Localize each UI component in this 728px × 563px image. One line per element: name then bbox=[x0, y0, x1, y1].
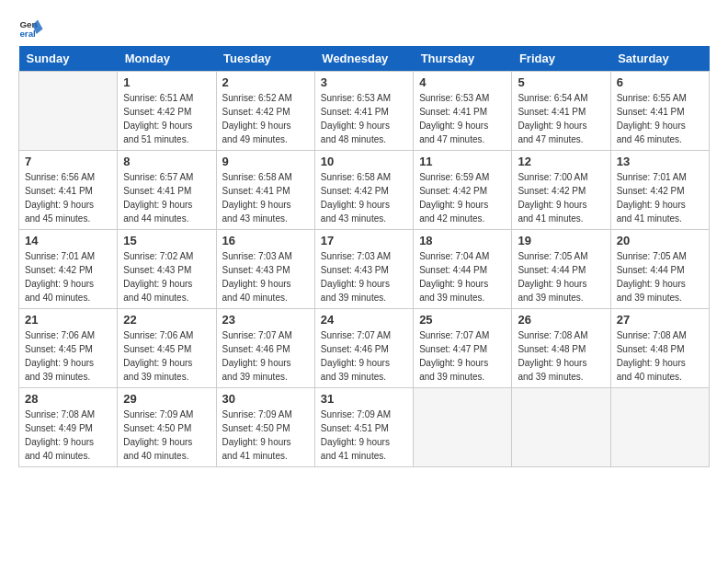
day-info: Sunrise: 7:03 AMSunset: 4:43 PMDaylight:… bbox=[222, 249, 309, 304]
calendar-cell: 31Sunrise: 7:09 AMSunset: 4:51 PMDayligh… bbox=[314, 388, 413, 467]
calendar-cell: 3Sunrise: 6:53 AMSunset: 4:41 PMDaylight… bbox=[314, 72, 413, 151]
calendar-cell: 27Sunrise: 7:08 AMSunset: 4:48 PMDayligh… bbox=[610, 309, 709, 388]
calendar-cell: 24Sunrise: 7:07 AMSunset: 4:46 PMDayligh… bbox=[314, 309, 413, 388]
day-info: Sunrise: 6:59 AMSunset: 4:42 PMDaylight:… bbox=[419, 170, 506, 225]
calendar-cell bbox=[512, 388, 610, 467]
calendar-cell bbox=[414, 388, 512, 467]
day-number: 22 bbox=[123, 313, 210, 327]
day-number: 8 bbox=[123, 155, 210, 168]
calendar-cell: 8Sunrise: 6:57 AMSunset: 4:41 PMDaylight… bbox=[118, 151, 216, 230]
calendar-cell: 21Sunrise: 7:06 AMSunset: 4:45 PMDayligh… bbox=[19, 309, 118, 388]
calendar-cell: 28Sunrise: 7:08 AMSunset: 4:49 PMDayligh… bbox=[19, 388, 118, 467]
calendar-cell: 1Sunrise: 6:51 AMSunset: 4:42 PMDaylight… bbox=[118, 72, 216, 151]
day-number: 1 bbox=[123, 75, 210, 89]
weekday-header-friday: Friday bbox=[512, 46, 610, 72]
day-info: Sunrise: 7:07 AMSunset: 4:46 PMDaylight:… bbox=[222, 328, 309, 384]
day-number: 7 bbox=[25, 155, 111, 168]
day-info: Sunrise: 6:55 AMSunset: 4:41 PMDaylight:… bbox=[617, 91, 703, 146]
calendar-cell: 12Sunrise: 7:00 AMSunset: 4:42 PMDayligh… bbox=[512, 151, 610, 230]
logo: Gen eral bbox=[18, 15, 48, 40]
calendar-cell: 22Sunrise: 7:06 AMSunset: 4:45 PMDayligh… bbox=[118, 309, 216, 388]
calendar-cell: 11Sunrise: 6:59 AMSunset: 4:42 PMDayligh… bbox=[414, 151, 512, 230]
day-info: Sunrise: 6:58 AMSunset: 4:41 PMDaylight:… bbox=[222, 170, 309, 225]
weekday-header-thursday: Thursday bbox=[414, 46, 512, 72]
day-number: 13 bbox=[617, 155, 703, 168]
calendar-cell: 15Sunrise: 7:02 AMSunset: 4:43 PMDayligh… bbox=[118, 230, 216, 309]
calendar-cell: 19Sunrise: 7:05 AMSunset: 4:44 PMDayligh… bbox=[512, 230, 610, 309]
day-number: 20 bbox=[617, 234, 703, 247]
day-number: 3 bbox=[321, 75, 407, 89]
calendar-table: SundayMondayTuesdayWednesdayThursdayFrid… bbox=[18, 46, 710, 467]
day-number: 14 bbox=[25, 234, 111, 247]
calendar-cell: 20Sunrise: 7:05 AMSunset: 4:44 PMDayligh… bbox=[610, 230, 709, 309]
weekday-header-tuesday: Tuesday bbox=[216, 46, 314, 72]
day-info: Sunrise: 7:08 AMSunset: 4:48 PMDaylight:… bbox=[518, 328, 604, 384]
day-info: Sunrise: 7:06 AMSunset: 4:45 PMDaylight:… bbox=[25, 328, 111, 384]
day-info: Sunrise: 6:58 AMSunset: 4:42 PMDaylight:… bbox=[321, 170, 407, 225]
day-info: Sunrise: 6:53 AMSunset: 4:41 PMDaylight:… bbox=[419, 91, 506, 146]
calendar-cell: 4Sunrise: 6:53 AMSunset: 4:41 PMDaylight… bbox=[414, 72, 512, 151]
day-number: 30 bbox=[222, 392, 309, 406]
day-number: 31 bbox=[321, 392, 407, 406]
week-row-3: 14Sunrise: 7:01 AMSunset: 4:42 PMDayligh… bbox=[19, 230, 710, 309]
day-number: 2 bbox=[222, 75, 309, 89]
day-info: Sunrise: 7:06 AMSunset: 4:45 PMDaylight:… bbox=[123, 328, 210, 384]
page-container: Gen eral SundayMondayTuesdayWednesdayThu… bbox=[0, 0, 728, 477]
day-number: 27 bbox=[617, 313, 703, 327]
day-info: Sunrise: 6:51 AMSunset: 4:42 PMDaylight:… bbox=[123, 91, 210, 146]
weekday-header-monday: Monday bbox=[118, 46, 216, 72]
day-info: Sunrise: 7:08 AMSunset: 4:48 PMDaylight:… bbox=[617, 328, 703, 384]
calendar-cell: 25Sunrise: 7:07 AMSunset: 4:47 PMDayligh… bbox=[414, 309, 512, 388]
weekday-header-wednesday: Wednesday bbox=[314, 46, 413, 72]
calendar-cell: 26Sunrise: 7:08 AMSunset: 4:48 PMDayligh… bbox=[512, 309, 610, 388]
calendar-cell: 6Sunrise: 6:55 AMSunset: 4:41 PMDaylight… bbox=[610, 72, 709, 151]
calendar-cell: 13Sunrise: 7:01 AMSunset: 4:42 PMDayligh… bbox=[610, 151, 709, 230]
day-number: 19 bbox=[518, 234, 604, 247]
day-number: 29 bbox=[123, 392, 210, 406]
calendar-cell: 10Sunrise: 6:58 AMSunset: 4:42 PMDayligh… bbox=[314, 151, 413, 230]
calendar-cell: 2Sunrise: 6:52 AMSunset: 4:42 PMDaylight… bbox=[216, 72, 314, 151]
day-info: Sunrise: 6:56 AMSunset: 4:41 PMDaylight:… bbox=[25, 170, 111, 225]
calendar-cell: 7Sunrise: 6:56 AMSunset: 4:41 PMDaylight… bbox=[19, 151, 118, 230]
day-info: Sunrise: 6:57 AMSunset: 4:41 PMDaylight:… bbox=[123, 170, 210, 225]
day-number: 26 bbox=[518, 313, 604, 327]
week-row-1: 1Sunrise: 6:51 AMSunset: 4:42 PMDaylight… bbox=[19, 72, 710, 151]
day-info: Sunrise: 7:08 AMSunset: 4:49 PMDaylight:… bbox=[25, 408, 111, 463]
weekday-header-saturday: Saturday bbox=[610, 46, 709, 72]
calendar-cell bbox=[610, 388, 709, 467]
calendar-cell bbox=[19, 72, 118, 151]
day-info: Sunrise: 7:09 AMSunset: 4:50 PMDaylight:… bbox=[123, 408, 210, 463]
day-number: 5 bbox=[518, 75, 604, 89]
calendar-cell: 16Sunrise: 7:03 AMSunset: 4:43 PMDayligh… bbox=[216, 230, 314, 309]
day-number: 23 bbox=[222, 313, 309, 327]
day-info: Sunrise: 6:54 AMSunset: 4:41 PMDaylight:… bbox=[518, 91, 604, 146]
day-info: Sunrise: 7:07 AMSunset: 4:47 PMDaylight:… bbox=[419, 328, 506, 384]
calendar-cell: 5Sunrise: 6:54 AMSunset: 4:41 PMDaylight… bbox=[512, 72, 610, 151]
day-number: 9 bbox=[222, 155, 309, 168]
header-row: Gen eral bbox=[18, 15, 710, 40]
week-row-4: 21Sunrise: 7:06 AMSunset: 4:45 PMDayligh… bbox=[19, 309, 710, 388]
week-row-5: 28Sunrise: 7:08 AMSunset: 4:49 PMDayligh… bbox=[19, 388, 710, 467]
day-info: Sunrise: 7:07 AMSunset: 4:46 PMDaylight:… bbox=[321, 328, 407, 384]
weekday-header-row: SundayMondayTuesdayWednesdayThursdayFrid… bbox=[19, 46, 710, 72]
day-number: 18 bbox=[419, 234, 506, 247]
day-info: Sunrise: 6:53 AMSunset: 4:41 PMDaylight:… bbox=[321, 91, 407, 146]
day-info: Sunrise: 7:05 AMSunset: 4:44 PMDaylight:… bbox=[617, 249, 703, 304]
weekday-header-sunday: Sunday bbox=[19, 46, 118, 72]
day-info: Sunrise: 7:04 AMSunset: 4:44 PMDaylight:… bbox=[419, 249, 506, 304]
calendar-cell: 30Sunrise: 7:09 AMSunset: 4:50 PMDayligh… bbox=[216, 388, 314, 467]
day-info: Sunrise: 7:05 AMSunset: 4:44 PMDaylight:… bbox=[518, 249, 604, 304]
day-number: 11 bbox=[419, 155, 506, 168]
calendar-cell: 9Sunrise: 6:58 AMSunset: 4:41 PMDaylight… bbox=[216, 151, 314, 230]
day-number: 12 bbox=[518, 155, 604, 168]
day-number: 17 bbox=[321, 234, 407, 247]
day-info: Sunrise: 7:03 AMSunset: 4:43 PMDaylight:… bbox=[321, 249, 407, 304]
day-number: 15 bbox=[123, 234, 210, 247]
day-info: Sunrise: 7:09 AMSunset: 4:50 PMDaylight:… bbox=[222, 408, 309, 463]
calendar-cell: 23Sunrise: 7:07 AMSunset: 4:46 PMDayligh… bbox=[216, 309, 314, 388]
day-number: 24 bbox=[321, 313, 407, 327]
day-number: 10 bbox=[321, 155, 407, 168]
svg-text:eral: eral bbox=[19, 29, 36, 39]
calendar-cell: 17Sunrise: 7:03 AMSunset: 4:43 PMDayligh… bbox=[314, 230, 413, 309]
logo-icon: Gen eral bbox=[18, 15, 44, 40]
